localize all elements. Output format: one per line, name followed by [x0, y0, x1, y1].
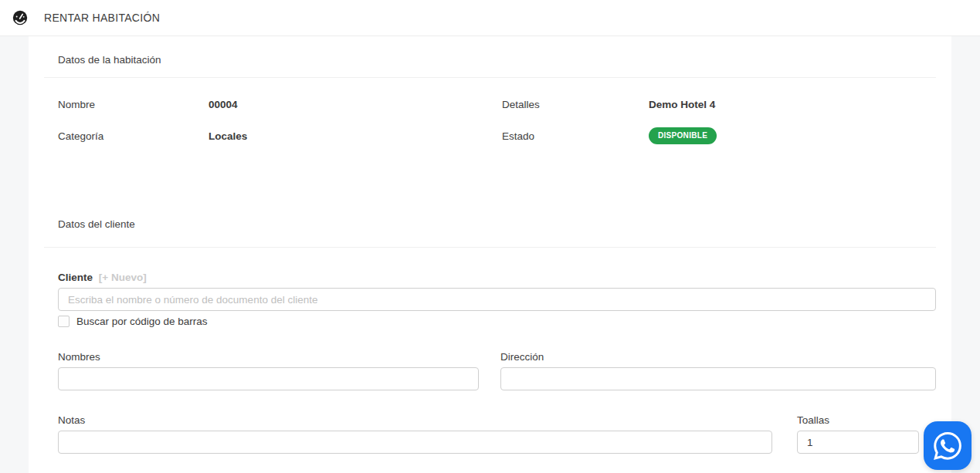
categoria-label: Categoría	[58, 130, 209, 142]
cliente-line: Cliente [+ Nuevo]	[58, 272, 936, 283]
toallas-label: Toallas	[797, 414, 919, 426]
gauge-icon[interactable]	[12, 10, 28, 25]
barcode-checkbox[interactable]	[58, 316, 70, 327]
notas-input[interactable]	[58, 431, 772, 454]
nombre-label: Nombre	[58, 99, 209, 110]
nombre-value: 00004	[209, 99, 238, 110]
detalles-label: Detalles	[502, 99, 649, 110]
status-badge: DISPONIBLE	[649, 127, 717, 144]
barcode-checkbox-label: Buscar por código de barras	[76, 316, 208, 327]
nombres-label: Nombres	[58, 351, 479, 363]
client-search-input[interactable]	[58, 288, 936, 311]
nombres-input[interactable]	[58, 367, 479, 390]
notas-label: Notas	[58, 414, 772, 426]
whatsapp-button[interactable]	[924, 421, 972, 470]
estado-label: Estado	[502, 130, 649, 142]
barcode-checkbox-row: Buscar por código de barras	[58, 316, 936, 327]
new-client-link[interactable]: [+ Nuevo]	[99, 272, 147, 283]
detalles-value: Demo Hotel 4	[649, 99, 715, 110]
direccion-label: Dirección	[500, 351, 936, 363]
divider	[44, 247, 936, 248]
cliente-label: Cliente	[58, 272, 93, 283]
room-field-categoria: Categoría Locales	[58, 127, 502, 144]
categoria-value: Locales	[209, 130, 247, 142]
toallas-input[interactable]	[797, 431, 919, 454]
main-card: Datos de la habitación Nombre 00004 Deta…	[29, 36, 951, 473]
room-field-nombre: Nombre 00004	[58, 98, 502, 110]
page-title: RENTAR HABITACIÓN	[44, 12, 160, 24]
room-field-estado: Estado DISPONIBLE	[502, 127, 936, 144]
topbar: RENTAR HABITACIÓN	[0, 0, 980, 36]
direccion-input[interactable]	[500, 367, 936, 390]
room-data-grid: Nombre 00004 Detalles Demo Hotel 4 Categ…	[44, 78, 936, 144]
client-form: Cliente [+ Nuevo] Buscar por código de b…	[44, 272, 936, 454]
whatsapp-icon	[934, 432, 961, 460]
room-field-detalles: Detalles Demo Hotel 4	[502, 98, 936, 110]
client-section-heading: Datos del cliente	[44, 144, 936, 247]
room-section-heading: Datos de la habitación	[44, 36, 936, 77]
